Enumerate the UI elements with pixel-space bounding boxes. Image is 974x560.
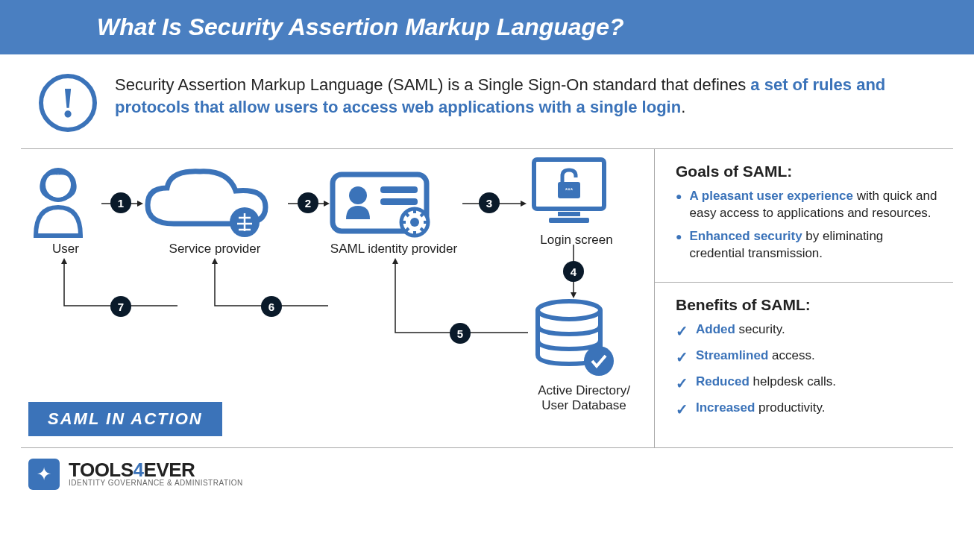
step-4-badge: 4	[563, 261, 584, 282]
logo-tagline: IDENTITY GOVERNANCE & ADMINISTRATION	[69, 479, 243, 487]
benefit-item: ✓Increased productivity.	[676, 400, 938, 420]
node-login-screen: *** Login screen	[528, 155, 625, 248]
svg-marker-24	[137, 201, 143, 207]
check-icon: ✓	[676, 347, 688, 368]
goals-title: Goals of SAML:	[676, 163, 938, 180]
svg-marker-30	[571, 292, 576, 298]
svg-line-12	[406, 213, 409, 216]
benefits-title: Benefits of SAML:	[676, 296, 938, 314]
check-icon: ✓	[676, 321, 688, 342]
step-6-badge: 6	[261, 296, 282, 317]
db-label: Active Directory/ User Database	[528, 383, 640, 413]
svg-marker-31	[392, 258, 398, 264]
user-icon	[28, 164, 88, 239]
svg-rect-5	[380, 198, 418, 205]
svg-marker-32	[212, 258, 218, 264]
definition-box: ! Security Assertion Markup Language (SA…	[21, 68, 953, 149]
benefits-section: Benefits of SAML: ✓Added security. ✓Stre…	[655, 282, 953, 439]
definition-text: Security Assertion Markup Language (SAML…	[115, 74, 931, 118]
database-icon	[528, 298, 618, 380]
svg-rect-17	[558, 212, 580, 216]
svg-text:***: ***	[565, 186, 574, 194]
sidebar: Goals of SAML: A pleasant user experienc…	[655, 149, 953, 447]
step-5-badge: 5	[450, 323, 471, 344]
page-title: What Is Security Assertion Markup Langua…	[0, 0, 974, 54]
node-database: Active Directory/ User Database	[528, 298, 640, 413]
svg-point-22	[584, 346, 614, 376]
step-1-badge: 1	[110, 192, 131, 213]
step-2-badge: 2	[298, 192, 318, 213]
logo-text: TOOLS4EVER	[69, 462, 243, 479]
svg-line-14	[406, 228, 409, 231]
svg-rect-4	[380, 186, 418, 193]
monitor-icon: ***	[528, 155, 610, 230]
logo-icon: ✦	[28, 459, 60, 490]
svg-line-13	[421, 228, 424, 231]
check-icon: ✓	[676, 374, 688, 394]
step-3-badge: 3	[479, 192, 500, 213]
goals-section: Goals of SAML: A pleasant user experienc…	[655, 149, 953, 282]
benefit-item: ✓Streamlined access.	[676, 347, 938, 368]
svg-line-15	[421, 213, 424, 216]
svg-marker-26	[324, 201, 330, 207]
node-service-provider: Service provider	[140, 164, 289, 257]
goal-item: Enhanced security by eliminating credent…	[676, 228, 938, 262]
cloud-icon	[140, 164, 274, 239]
saml-in-action-label: SAML IN ACTION	[28, 402, 222, 436]
goal-item: A pleasant user experience with quick an…	[676, 188, 938, 222]
benefit-item: ✓Added security.	[676, 321, 938, 342]
step-7-badge: 7	[110, 296, 131, 317]
svg-marker-28	[521, 201, 527, 207]
check-icon: ✓	[676, 400, 688, 420]
svg-point-21	[538, 301, 600, 319]
alert-icon: !	[39, 74, 97, 132]
footer: ✦ TOOLS4EVER IDENTITY GOVERNANCE & ADMIN…	[21, 447, 953, 500]
svg-point-3	[349, 186, 367, 204]
node-user: User	[28, 164, 103, 257]
svg-point-7	[410, 218, 419, 227]
svg-rect-18	[549, 218, 589, 223]
node-idp: SAML identity provider	[327, 164, 461, 257]
id-card-icon	[327, 164, 439, 239]
svg-marker-33	[61, 258, 67, 264]
saml-diagram: User Service provider	[21, 149, 655, 447]
benefit-item: ✓Reduced helpdesk calls.	[676, 374, 938, 394]
